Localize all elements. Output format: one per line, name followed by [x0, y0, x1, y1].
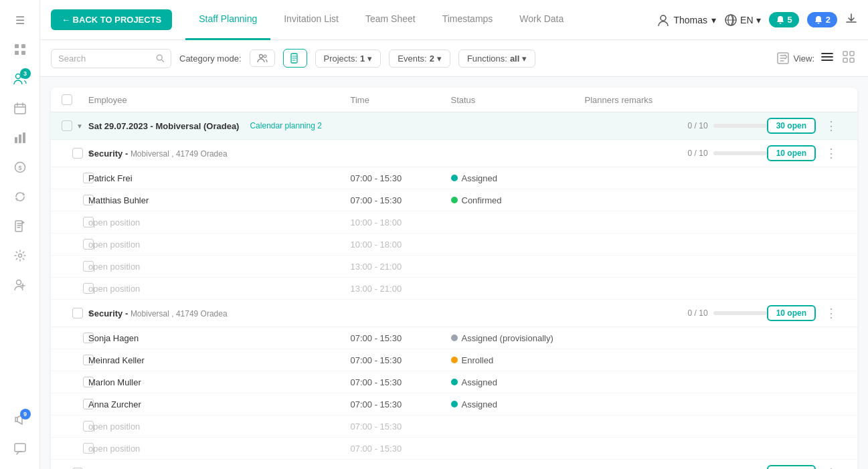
calendar-icon[interactable] [8, 96, 32, 120]
tab-timestamps[interactable]: Timestamps [429, 0, 507, 40]
subgroup-progress-bar [713, 151, 767, 155]
group-expand-icon[interactable]: ▼ [76, 122, 83, 130]
functions-filter-label: Functions: [467, 54, 507, 64]
settings-icon[interactable] [8, 244, 32, 268]
document-icon[interactable] [8, 214, 32, 238]
status-cell: Assigned [451, 377, 585, 387]
sub-group-row-3: ▼ Security - Mobiversal , 41749 Oradea 0… [51, 460, 857, 469]
svg-rect-12 [15, 221, 22, 231]
megaphone-icon[interactable]: 9 [8, 407, 32, 432]
users-manage-icon[interactable] [8, 273, 32, 297]
category-mode-label: Category mode: [179, 54, 242, 64]
list-view-icon[interactable] [818, 50, 836, 67]
download-icon[interactable] [845, 13, 857, 27]
table-header: Employee Time Status Planners remarks [51, 88, 857, 112]
user-menu[interactable]: Thomas ▾ [657, 13, 717, 27]
chart-icon[interactable] [8, 126, 32, 150]
projects-filter-label: Projects: [324, 54, 358, 64]
back-to-projects-button[interactable]: ← BACK TO PROJECTS [51, 9, 172, 30]
alerts-button[interactable]: 2 [807, 12, 837, 27]
subgroup-info: Security - Mobiversal , 41749 Oradea [88, 149, 688, 159]
employee-name: Marlon Muller [88, 377, 351, 387]
user-chevron-icon: ▾ [711, 15, 716, 25]
svg-point-16 [661, 15, 666, 21]
notifications-button[interactable]: 5 [769, 12, 799, 27]
sync-icon[interactable] [8, 185, 32, 209]
subgroup3-more-icon[interactable]: ⋮ [821, 466, 841, 469]
svg-point-20 [259, 55, 262, 58]
subgroup-name: Security [88, 149, 122, 159]
table-row: open position 13:00 - 21:00 [51, 256, 857, 278]
group-more-icon[interactable]: ⋮ [821, 118, 841, 133]
sub-group-row: ▼ Security - Mobiversal , 41749 Oradea 0… [51, 140, 857, 167]
svg-rect-7 [15, 137, 17, 143]
chat-icon[interactable] [8, 437, 32, 461]
employee-header: Employee [88, 95, 351, 105]
nav-right: Thomas ▾ EN ▾ 5 [657, 12, 858, 27]
functions-chevron-icon: ▾ [522, 54, 527, 64]
employee-name: Matthias Buhler [88, 195, 351, 205]
nav-tabs: Staff Planning Invitation List Team Shee… [185, 0, 656, 40]
svg-rect-1 [21, 44, 25, 48]
category-document-button[interactable] [283, 49, 307, 68]
table-row: open position 07:00 - 15:30 [51, 438, 857, 460]
tab-work-data[interactable]: Work Data [506, 0, 577, 40]
functions-filter[interactable]: Functions: all ▾ [458, 50, 535, 68]
remarks-header: Planners remarks [585, 95, 847, 105]
group-checkbox[interactable] [62, 120, 72, 131]
svg-rect-0 [15, 44, 19, 48]
open-position: open position [88, 262, 351, 272]
search-field[interactable] [51, 49, 171, 68]
tab-staff-planning[interactable]: Staff Planning [185, 0, 270, 40]
open-position: open position [88, 284, 351, 294]
export-icon[interactable] [777, 52, 789, 64]
events-filter[interactable]: Events: 2 ▾ [389, 50, 450, 68]
notifications-count: 5 [788, 15, 792, 25]
menu-icon[interactable]: ☰ [8, 8, 32, 32]
open-position: open position [88, 240, 351, 250]
grid-view-icon[interactable] [840, 48, 857, 68]
table-row: open position 10:00 - 18:00 [51, 233, 857, 256]
svg-rect-8 [19, 134, 21, 143]
status-dot [451, 379, 458, 385]
team-icon[interactable]: 3 [8, 67, 32, 91]
time-header: Time [351, 95, 451, 105]
toolbar: Category mode: Projects: 1 ▾ [40, 40, 868, 77]
staff-planning-table: Employee Time Status Planners remarks ▼ … [51, 88, 857, 469]
subgroup2-more-icon[interactable]: ⋮ [821, 306, 841, 320]
subgroup-progress: 0 / 10 [688, 149, 767, 158]
svg-rect-6 [15, 104, 25, 114]
subgroup-address: Mobiversal , 41749 Oradea [131, 149, 228, 159]
subgroup2-checkbox[interactable] [72, 308, 83, 318]
table-row: Matthias Buhler 07:00 - 15:30 Confirmed [51, 189, 857, 211]
select-all-checkbox[interactable] [62, 94, 88, 105]
lang-menu[interactable]: EN ▾ [724, 13, 760, 27]
subgroup-more-icon[interactable]: ⋮ [821, 146, 841, 161]
table-row: open position 07:00 - 15:30 [51, 415, 857, 438]
time-value: 07:00 - 15:30 [351, 333, 451, 343]
tab-invitation-list[interactable]: Invitation List [270, 0, 352, 40]
time-value: 07:00 - 15:30 [351, 421, 451, 432]
time-value: 07:00 - 15:30 [351, 399, 451, 409]
projects-chevron-icon: ▾ [367, 54, 372, 64]
subgroup-checkbox[interactable] [72, 148, 83, 159]
projects-filter[interactable]: Projects: 1 ▾ [315, 50, 381, 68]
group-open-badge: 30 open [767, 118, 816, 134]
status-cell: Confirmed [451, 195, 585, 205]
subgroup-open-badge: 10 open [767, 145, 816, 161]
status-label: Assigned [462, 377, 497, 387]
status-cell: Assigned (provisionally) [451, 333, 585, 343]
status-label: Assigned [462, 173, 497, 183]
subgroup2-progress: 0 / 10 [688, 308, 767, 318]
category-people-button[interactable] [250, 50, 275, 67]
tab-team-sheet[interactable]: Team Sheet [352, 0, 429, 40]
time-value: 07:00 - 15:30 [351, 195, 451, 205]
open-position: open position [88, 421, 351, 432]
megaphone-badge: 9 [20, 409, 31, 419]
svg-rect-3 [21, 51, 25, 55]
view-controls: View: [777, 48, 857, 68]
search-input[interactable] [58, 54, 152, 64]
money-icon[interactable]: $ [8, 155, 32, 179]
dashboard-icon[interactable] [8, 37, 32, 62]
svg-point-13 [18, 254, 21, 258]
